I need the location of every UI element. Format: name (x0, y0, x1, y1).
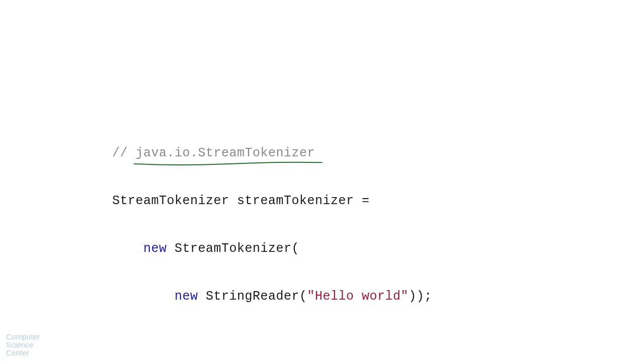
comment-prefix: // (112, 146, 136, 160)
logo-line: Center (6, 349, 40, 357)
code-line: // java.io.StreamTokenizer (112, 144, 432, 162)
logo-line: Science (6, 341, 40, 349)
code-slide: // java.io.StreamTokenizer StreamTokeniz… (112, 85, 432, 362)
hand-underline-icon (133, 160, 324, 167)
logo: Computer Science Center (6, 333, 40, 357)
code-line: new StreamTokenizer( (112, 239, 432, 258)
underlined-class-1: java.io.StreamTokenizer (136, 144, 315, 162)
logo-line: Computer (6, 333, 40, 341)
code-line: new StringReader("Hello world")); (112, 287, 432, 306)
code-line: StreamTokenizer streamTokenizer = (112, 192, 432, 210)
spacer (112, 349, 432, 362)
